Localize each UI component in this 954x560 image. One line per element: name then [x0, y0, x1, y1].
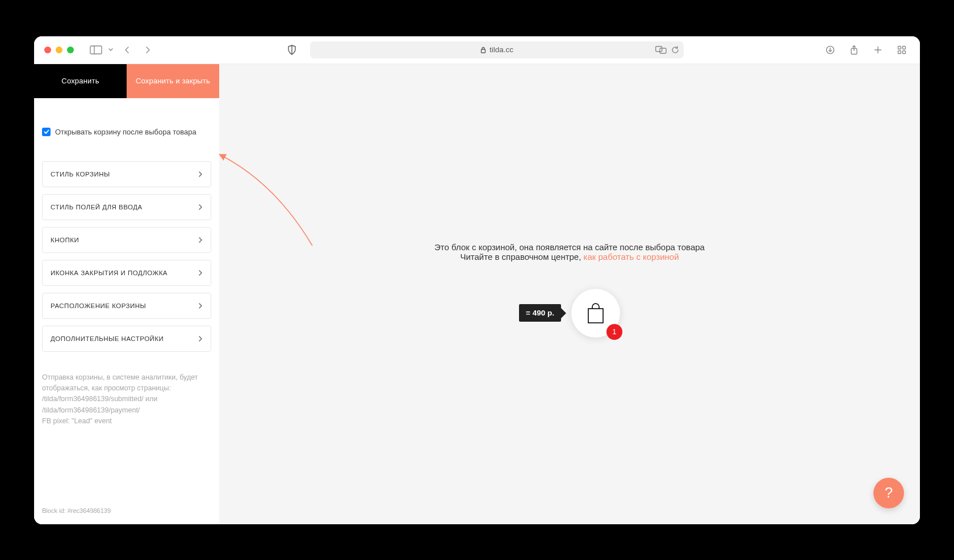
traffic-lights: [44, 47, 74, 53]
cart-widget: = 490 р. 1: [519, 289, 620, 338]
share-icon[interactable]: [846, 43, 862, 57]
block-id-label: Block id: #rec364986139: [42, 507, 211, 524]
settings-section-item[interactable]: РАСПОЛОЖЕНИЕ КОРЗИНЫ: [42, 293, 211, 319]
cart-price-tag: = 490 р.: [519, 304, 561, 322]
chevron-right-icon: [198, 302, 203, 309]
nav-back-button[interactable]: [119, 43, 135, 57]
section-label: ИКОНКА ЗАКРЫТИЯ И ПОДЛОЖКА: [51, 270, 168, 276]
help-fab-button[interactable]: ?: [873, 478, 904, 508]
chevron-right-icon: [198, 237, 203, 243]
svg-rect-0: [90, 46, 102, 54]
section-label: РАСПОЛОЖЕНИЕ КОРЗИНЫ: [51, 302, 146, 309]
settings-sidebar: Сохранить Сохранить и закрыть Открывать …: [34, 64, 219, 524]
window-close-button[interactable]: [44, 47, 51, 53]
section-label: КНОПКИ: [51, 237, 79, 243]
settings-section-item[interactable]: ИКОНКА ЗАКРЫТИЯ И ПОДЛОЖКА: [42, 260, 211, 286]
new-tab-icon[interactable]: [870, 43, 886, 57]
chevron-right-icon: [198, 270, 203, 276]
browser-window: tilda.cc Сохранить: [34, 36, 920, 524]
window-minimize-button[interactable]: [56, 47, 62, 53]
settings-section-item[interactable]: КНОПКИ: [42, 227, 211, 253]
section-label: СТИЛЬ КОРЗИНЫ: [51, 171, 110, 178]
save-button[interactable]: Сохранить: [34, 64, 127, 98]
translate-icon[interactable]: [655, 46, 667, 54]
address-bar[interactable]: tilda.cc: [310, 41, 684, 58]
dropdown-icon[interactable]: [107, 43, 115, 57]
tabs-overview-icon[interactable]: [894, 43, 910, 57]
svg-rect-13: [903, 46, 906, 49]
shopping-bag-icon: [586, 302, 605, 325]
analytics-help-text: Отправка корзины, в системе аналитики, б…: [42, 372, 211, 427]
open-cart-checkbox-row[interactable]: Открывать корзину после выбора товара: [42, 128, 211, 136]
save-and-close-button[interactable]: Сохранить и закрыть: [127, 64, 219, 98]
hint-line-2: Читайте в справочном центре, как работат…: [434, 252, 705, 262]
svg-rect-3: [481, 49, 485, 53]
svg-rect-12: [898, 46, 901, 49]
settings-section-item[interactable]: СТИЛЬ ПОЛЕЙ ДЛЯ ВВОДА: [42, 194, 211, 220]
page-content: Сохранить Сохранить и закрыть Открывать …: [34, 64, 920, 524]
save-row: Сохранить Сохранить и закрыть: [34, 64, 219, 98]
preview-area: Это блок с корзиной, она появляется на с…: [219, 64, 920, 524]
privacy-shield-icon[interactable]: [284, 43, 300, 57]
address-host: tilda.cc: [489, 45, 513, 54]
settings-section-item[interactable]: ДОПОЛНИТЕЛЬНЫЕ НАСТРОЙКИ: [42, 326, 211, 352]
section-label: ДОПОЛНИТЕЛЬНЫЕ НАСТРОЙКИ: [51, 335, 164, 342]
sidebar-toggle-button[interactable]: [86, 43, 106, 57]
chevron-right-icon: [198, 171, 203, 178]
downloads-icon[interactable]: [822, 43, 838, 57]
window-zoom-button[interactable]: [67, 47, 74, 53]
browser-titlebar: tilda.cc: [34, 36, 920, 64]
lock-icon: [480, 47, 486, 53]
chevron-right-icon: [198, 204, 203, 210]
svg-rect-14: [898, 50, 901, 53]
preview-hint: Это блок с корзиной, она появляется на с…: [434, 242, 705, 262]
chevron-right-icon: [198, 335, 203, 342]
settings-section-item[interactable]: СТИЛЬ КОРЗИНЫ: [42, 161, 211, 187]
svg-rect-5: [660, 48, 666, 53]
svg-rect-4: [656, 46, 662, 51]
hint-link[interactable]: как работать с корзиной: [584, 252, 679, 262]
cart-button[interactable]: 1: [571, 289, 620, 338]
nav-forward-button[interactable]: [140, 43, 156, 57]
reload-icon[interactable]: [671, 46, 679, 54]
svg-rect-16: [588, 309, 603, 323]
cart-count-badge: 1: [606, 324, 622, 340]
checkbox-checked-icon: [42, 128, 51, 136]
svg-rect-15: [903, 50, 906, 53]
hint-line-1: Это блок с корзиной, она появляется на с…: [434, 242, 705, 252]
checkbox-label: Открывать корзину после выбора товара: [55, 128, 196, 136]
section-label: СТИЛЬ ПОЛЕЙ ДЛЯ ВВОДА: [51, 204, 143, 210]
